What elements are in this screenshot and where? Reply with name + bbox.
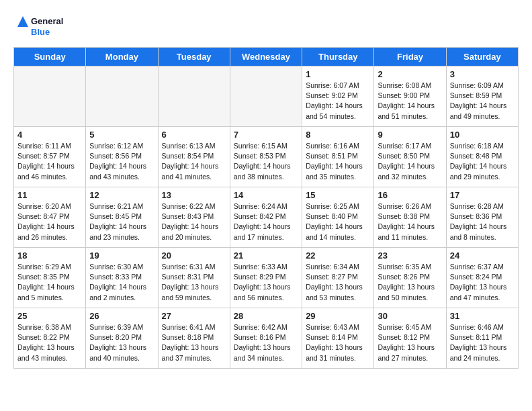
day-number: 14 [234,190,298,200]
day-number: 9 [378,130,442,140]
day-number: 15 [306,190,370,200]
day-number: 25 [17,311,82,321]
calendar-cell: 4Sunrise: 6:11 AM Sunset: 8:57 PM Daylig… [14,127,86,187]
day-number: 13 [162,190,226,200]
calendar-cell: 22Sunrise: 6:34 AM Sunset: 8:27 PM Dayli… [302,248,374,308]
day-number: 26 [89,311,154,321]
day-number: 8 [306,130,370,140]
day-info: Sunrise: 6:17 AM Sunset: 8:50 PM Dayligh… [378,141,442,182]
day-info: Sunrise: 6:24 AM Sunset: 8:42 PM Dayligh… [234,201,298,242]
day-header-friday: Friday [374,48,446,66]
day-number: 17 [450,190,515,200]
day-info: Sunrise: 6:09 AM Sunset: 8:59 PM Dayligh… [450,81,515,122]
day-info: Sunrise: 6:35 AM Sunset: 8:26 PM Dayligh… [378,262,442,303]
calendar-cell: 7Sunrise: 6:15 AM Sunset: 8:53 PM Daylig… [230,127,302,187]
header-row: SundayMondayTuesdayWednesdayThursdayFrid… [14,48,519,66]
day-info: Sunrise: 6:29 AM Sunset: 8:35 PM Dayligh… [17,262,82,303]
calendar-cell: 8Sunrise: 6:16 AM Sunset: 8:51 PM Daylig… [302,127,374,187]
day-number: 30 [378,311,442,321]
day-info: Sunrise: 6:18 AM Sunset: 8:48 PM Dayligh… [450,141,515,182]
calendar-cell: 5Sunrise: 6:12 AM Sunset: 8:56 PM Daylig… [86,127,158,187]
day-number: 5 [89,130,154,140]
calendar-body: 1Sunrise: 6:07 AM Sunset: 9:02 PM Daylig… [14,66,519,369]
day-number: 10 [450,130,515,140]
day-number: 12 [89,190,154,200]
day-header-wednesday: Wednesday [230,48,302,66]
day-info: Sunrise: 6:12 AM Sunset: 8:56 PM Dayligh… [89,141,154,182]
calendar-cell: 25Sunrise: 6:38 AM Sunset: 8:22 PM Dayli… [14,308,86,369]
svg-marker-2 [17,16,28,27]
calendar-cell: 10Sunrise: 6:18 AM Sunset: 8:48 PM Dayli… [446,127,518,187]
calendar-cell: 20Sunrise: 6:31 AM Sunset: 8:31 PM Dayli… [158,248,230,308]
calendar-cell: 29Sunrise: 6:43 AM Sunset: 8:14 PM Dayli… [302,308,374,369]
calendar-cell: 14Sunrise: 6:24 AM Sunset: 8:42 PM Dayli… [230,187,302,248]
day-info: Sunrise: 6:30 AM Sunset: 8:33 PM Dayligh… [89,262,154,303]
calendar-cell [230,66,302,127]
day-info: Sunrise: 6:28 AM Sunset: 8:36 PM Dayligh… [450,201,515,242]
day-info: Sunrise: 6:45 AM Sunset: 8:12 PM Dayligh… [378,322,442,363]
day-info: Sunrise: 6:34 AM Sunset: 8:27 PM Dayligh… [306,262,370,303]
day-number: 23 [378,250,442,261]
week-row: 1Sunrise: 6:07 AM Sunset: 9:02 PM Daylig… [14,66,519,127]
day-info: Sunrise: 6:25 AM Sunset: 8:40 PM Dayligh… [306,201,370,242]
day-number: 2 [378,69,442,79]
week-row: 11Sunrise: 6:20 AM Sunset: 8:47 PM Dayli… [14,187,519,248]
calendar-cell: 12Sunrise: 6:21 AM Sunset: 8:45 PM Dayli… [86,187,158,248]
day-header-saturday: Saturday [446,48,518,66]
page-header: GeneralBlue [13,13,519,40]
calendar-cell [158,66,230,127]
day-info: Sunrise: 6:16 AM Sunset: 8:51 PM Dayligh… [306,141,370,182]
day-number: 16 [378,190,442,200]
day-number: 18 [17,250,82,261]
calendar-cell: 30Sunrise: 6:45 AM Sunset: 8:12 PM Dayli… [374,308,446,369]
day-number: 3 [450,69,515,79]
logo: GeneralBlue [13,13,67,40]
day-number: 28 [234,311,298,321]
day-number: 6 [162,130,226,140]
calendar-cell: 1Sunrise: 6:07 AM Sunset: 9:02 PM Daylig… [302,66,374,127]
day-number: 27 [162,311,226,321]
svg-text:General: General [31,16,63,26]
day-info: Sunrise: 6:46 AM Sunset: 8:11 PM Dayligh… [450,322,515,363]
calendar-cell: 19Sunrise: 6:30 AM Sunset: 8:33 PM Dayli… [86,248,158,308]
day-info: Sunrise: 6:42 AM Sunset: 8:16 PM Dayligh… [234,322,298,363]
calendar-cell [86,66,158,127]
day-header-sunday: Sunday [14,48,86,66]
calendar-cell: 16Sunrise: 6:26 AM Sunset: 8:38 PM Dayli… [374,187,446,248]
day-number: 20 [162,250,226,261]
week-row: 4Sunrise: 6:11 AM Sunset: 8:57 PM Daylig… [14,127,519,187]
day-number: 7 [234,130,298,140]
calendar-cell: 26Sunrise: 6:39 AM Sunset: 8:20 PM Dayli… [86,308,158,369]
day-number: 21 [234,250,298,261]
day-number: 19 [89,250,154,261]
calendar-cell: 24Sunrise: 6:37 AM Sunset: 8:24 PM Dayli… [446,248,518,308]
day-header-monday: Monday [86,48,158,66]
day-info: Sunrise: 6:20 AM Sunset: 8:47 PM Dayligh… [17,201,82,242]
day-info: Sunrise: 6:11 AM Sunset: 8:57 PM Dayligh… [17,141,82,182]
day-info: Sunrise: 6:08 AM Sunset: 9:00 PM Dayligh… [378,81,442,122]
calendar-cell: 18Sunrise: 6:29 AM Sunset: 8:35 PM Dayli… [14,248,86,308]
calendar-cell: 27Sunrise: 6:41 AM Sunset: 8:18 PM Dayli… [158,308,230,369]
day-info: Sunrise: 6:13 AM Sunset: 8:54 PM Dayligh… [162,141,226,182]
calendar-cell: 6Sunrise: 6:13 AM Sunset: 8:54 PM Daylig… [158,127,230,187]
week-row: 18Sunrise: 6:29 AM Sunset: 8:35 PM Dayli… [14,248,519,308]
svg-text:Blue: Blue [31,27,50,37]
day-number: 4 [17,130,82,140]
day-info: Sunrise: 6:22 AM Sunset: 8:43 PM Dayligh… [162,201,226,242]
calendar-cell: 11Sunrise: 6:20 AM Sunset: 8:47 PM Dayli… [14,187,86,248]
day-info: Sunrise: 6:26 AM Sunset: 8:38 PM Dayligh… [378,201,442,242]
day-info: Sunrise: 6:39 AM Sunset: 8:20 PM Dayligh… [89,322,154,363]
day-info: Sunrise: 6:07 AM Sunset: 9:02 PM Dayligh… [306,81,370,122]
calendar-cell: 15Sunrise: 6:25 AM Sunset: 8:40 PM Dayli… [302,187,374,248]
calendar-table: SundayMondayTuesdayWednesdayThursdayFrid… [13,47,519,369]
day-header-thursday: Thursday [302,48,374,66]
day-info: Sunrise: 6:15 AM Sunset: 8:53 PM Dayligh… [234,141,298,182]
day-info: Sunrise: 6:43 AM Sunset: 8:14 PM Dayligh… [306,322,370,363]
calendar-header: SundayMondayTuesdayWednesdayThursdayFrid… [14,48,519,66]
calendar-cell: 21Sunrise: 6:33 AM Sunset: 8:29 PM Dayli… [230,248,302,308]
calendar-cell: 31Sunrise: 6:46 AM Sunset: 8:11 PM Dayli… [446,308,518,369]
day-number: 11 [17,190,82,200]
calendar-cell: 17Sunrise: 6:28 AM Sunset: 8:36 PM Dayli… [446,187,518,248]
week-row: 25Sunrise: 6:38 AM Sunset: 8:22 PM Dayli… [14,308,519,369]
day-number: 24 [450,250,515,261]
